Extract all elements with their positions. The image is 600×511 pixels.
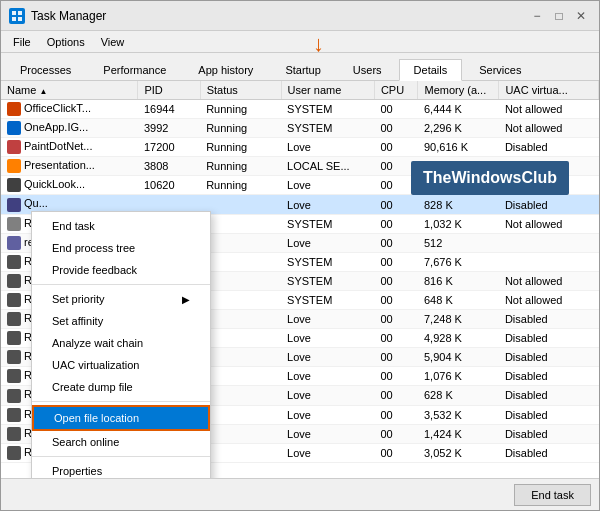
- col-header-memory[interactable]: Memory (a...: [418, 81, 499, 100]
- col-header-uac[interactable]: UAC virtua...: [499, 81, 599, 100]
- cell-status: [200, 310, 281, 329]
- cell-user: Love: [281, 348, 374, 367]
- context-menu-label: Analyze wait chain: [52, 337, 143, 349]
- cell-name: Presentation...: [1, 157, 138, 176]
- cell-user: SYSTEM: [281, 119, 374, 138]
- context-menu: End taskEnd process treeProvide feedback…: [31, 211, 211, 478]
- col-header-cpu[interactable]: CPU: [374, 81, 418, 100]
- tab-users[interactable]: Users: [338, 59, 397, 80]
- col-header-name[interactable]: Name ▲: [1, 81, 138, 100]
- cell-status: [200, 290, 281, 309]
- context-menu-label: Open file location: [54, 412, 139, 424]
- table-row[interactable]: PaintDotNet... 17200 Running Love 00 90,…: [1, 138, 599, 157]
- cell-cpu: 00: [374, 195, 418, 214]
- cell-uac: Not allowed: [499, 214, 599, 233]
- context-menu-item-end-process-tree[interactable]: End process tree: [32, 237, 210, 259]
- cell-user: LOCAL SE...: [281, 157, 374, 176]
- process-icon: [7, 408, 21, 422]
- cell-uac: [499, 252, 599, 271]
- title-bar: Task Manager − □ ✕: [1, 1, 599, 31]
- cell-cpu: 00: [374, 138, 418, 157]
- cell-status: [200, 443, 281, 462]
- cell-uac: Disabled: [499, 424, 599, 443]
- context-menu-item-uac-virtualization[interactable]: UAC virtualization: [32, 354, 210, 376]
- submenu-arrow-icon: ▶: [182, 294, 190, 305]
- tab-details[interactable]: Details: [399, 59, 463, 81]
- cell-pid: 17200: [138, 138, 200, 157]
- cell-cpu: 00: [374, 348, 418, 367]
- close-button[interactable]: ✕: [571, 6, 591, 26]
- cell-user: Love: [281, 176, 374, 195]
- cell-uac: Disabled: [499, 348, 599, 367]
- cell-uac: Disabled: [499, 443, 599, 462]
- tab-startup[interactable]: Startup: [270, 59, 335, 80]
- cell-pid: 3808: [138, 157, 200, 176]
- cell-cpu: 00: [374, 386, 418, 405]
- cell-uac: Disabled: [499, 386, 599, 405]
- cell-memory: 7,248 K: [418, 310, 499, 329]
- process-icon: [7, 198, 21, 212]
- context-menu-label: End task: [52, 220, 95, 232]
- svg-rect-2: [12, 17, 16, 21]
- tab-processes[interactable]: Processes: [5, 59, 86, 80]
- svg-rect-0: [12, 11, 16, 15]
- context-menu-item-provide-feedback[interactable]: Provide feedback: [32, 259, 210, 281]
- col-header-user[interactable]: User name: [281, 81, 374, 100]
- tab-app-history[interactable]: App history: [183, 59, 268, 80]
- context-menu-label: Set affinity: [52, 315, 103, 327]
- process-icon: [7, 274, 21, 288]
- cell-memory: 7,676 K: [418, 252, 499, 271]
- table-row[interactable]: OfficeClickT... 16944 Running SYSTEM 00 …: [1, 100, 599, 119]
- menu-options[interactable]: Options: [39, 34, 93, 50]
- tab-services[interactable]: Services: [464, 59, 536, 80]
- process-icon: [7, 293, 21, 307]
- cell-pid: 10620: [138, 176, 200, 195]
- maximize-button[interactable]: □: [549, 6, 569, 26]
- cell-status: [200, 195, 281, 214]
- minimize-button[interactable]: −: [527, 6, 547, 26]
- cell-uac: [499, 233, 599, 252]
- context-menu-item-set-affinity[interactable]: Set affinity: [32, 310, 210, 332]
- tab-bar: Processes Performance App history Startu…: [1, 53, 599, 81]
- menu-bar: File Options View: [1, 31, 599, 53]
- cell-cpu: 00: [374, 310, 418, 329]
- process-icon: [7, 102, 21, 116]
- table-row[interactable]: OneApp.IG... 3992 Running SYSTEM 00 2,29…: [1, 119, 599, 138]
- context-menu-item-set-priority[interactable]: Set priority▶: [32, 288, 210, 310]
- cell-memory: 90,616 K: [418, 138, 499, 157]
- cell-cpu: 00: [374, 252, 418, 271]
- cell-memory: 828 K: [418, 195, 499, 214]
- context-menu-item-search-online[interactable]: Search online: [32, 431, 210, 453]
- tab-performance[interactable]: Performance: [88, 59, 181, 80]
- col-header-status[interactable]: Status: [200, 81, 281, 100]
- cell-uac: Disabled: [499, 310, 599, 329]
- process-icon: [7, 312, 21, 326]
- cell-status: [200, 214, 281, 233]
- end-task-button[interactable]: End task: [514, 484, 591, 506]
- cell-memory: 1,424 K: [418, 424, 499, 443]
- cell-uac: Not allowed: [499, 290, 599, 309]
- cell-cpu: 00: [374, 443, 418, 462]
- context-menu-item-properties[interactable]: Properties: [32, 460, 210, 478]
- cell-memory: 1,032 K: [418, 214, 499, 233]
- menu-file[interactable]: File: [5, 34, 39, 50]
- cell-user: SYSTEM: [281, 214, 374, 233]
- cell-user: Love: [281, 138, 374, 157]
- context-menu-item-create-dump-file[interactable]: Create dump file: [32, 376, 210, 398]
- context-menu-item-open-file-location[interactable]: Open file location: [32, 405, 210, 431]
- cell-cpu: 00: [374, 367, 418, 386]
- context-menu-separator: [32, 284, 210, 285]
- process-icon: [7, 159, 21, 173]
- context-menu-item-end-task[interactable]: End task: [32, 215, 210, 237]
- cell-user: Love: [281, 233, 374, 252]
- cell-status: [200, 367, 281, 386]
- cell-user: SYSTEM: [281, 100, 374, 119]
- context-menu-item-analyze-wait-chain[interactable]: Analyze wait chain: [32, 332, 210, 354]
- window-controls: − □ ✕: [527, 6, 591, 26]
- col-header-pid[interactable]: PID: [138, 81, 200, 100]
- context-menu-separator: [32, 456, 210, 457]
- menu-view[interactable]: View: [93, 34, 133, 50]
- cell-status: Running: [200, 100, 281, 119]
- cell-user: SYSTEM: [281, 271, 374, 290]
- cell-status: [200, 386, 281, 405]
